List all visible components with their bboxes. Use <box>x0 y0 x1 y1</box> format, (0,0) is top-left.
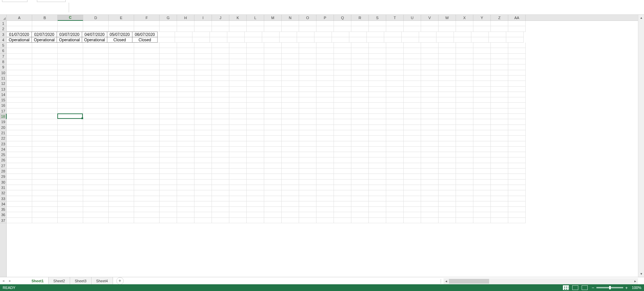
cell[interactable] <box>316 76 334 81</box>
cell[interactable] <box>264 212 282 217</box>
vertical-scrollbar[interactable]: ▲ ▼ <box>638 15 644 277</box>
cell[interactable] <box>264 48 282 53</box>
cell[interactable] <box>404 190 421 196</box>
cell[interactable] <box>7 201 32 207</box>
cell[interactable] <box>456 26 473 32</box>
cell[interactable] <box>109 185 134 190</box>
cell[interactable] <box>491 141 508 147</box>
cell[interactable] <box>421 21 438 26</box>
row-header[interactable]: 18 <box>0 114 7 119</box>
cell[interactable] <box>334 180 351 185</box>
cell[interactable] <box>438 218 456 223</box>
cell[interactable] <box>247 141 264 147</box>
cell[interactable] <box>7 174 32 179</box>
cell[interactable] <box>473 26 491 32</box>
cell[interactable] <box>194 59 212 64</box>
cell[interactable] <box>109 59 134 64</box>
cell[interactable] <box>438 174 456 179</box>
cell[interactable] <box>421 119 438 125</box>
cell[interactable] <box>491 190 508 196</box>
cell[interactable] <box>508 185 526 190</box>
cell[interactable] <box>351 136 369 141</box>
cell[interactable] <box>264 185 282 190</box>
cell[interactable] <box>32 87 58 92</box>
cell[interactable] <box>316 108 334 114</box>
cell[interactable] <box>421 168 438 174</box>
cell[interactable] <box>264 92 282 97</box>
cell[interactable] <box>351 81 369 86</box>
cell[interactable] <box>264 218 282 223</box>
cell[interactable] <box>369 201 386 207</box>
cell[interactable] <box>369 97 386 103</box>
cell[interactable] <box>404 212 421 217</box>
cell[interactable] <box>421 54 438 59</box>
cell[interactable] <box>109 119 134 125</box>
cell[interactable] <box>384 32 402 37</box>
cell[interactable] <box>282 157 299 163</box>
cell[interactable] <box>264 21 282 26</box>
cell[interactable] <box>58 108 83 114</box>
cell[interactable] <box>7 43 32 48</box>
cell[interactable] <box>160 141 177 147</box>
cell[interactable] <box>314 32 332 37</box>
cell[interactable] <box>351 87 369 92</box>
cell[interactable] <box>508 26 526 32</box>
sheet-nav-next[interactable]: ► <box>7 277 13 285</box>
cell[interactable] <box>177 180 194 185</box>
cell[interactable] <box>282 97 299 103</box>
cell[interactable] <box>229 76 247 81</box>
cell[interactable] <box>491 212 508 217</box>
cell[interactable] <box>134 97 160 103</box>
cell[interactable] <box>282 130 299 136</box>
cell[interactable] <box>473 114 491 119</box>
cell[interactable] <box>7 76 32 81</box>
cell[interactable] <box>83 21 109 26</box>
cell[interactable] <box>386 180 404 185</box>
cell[interactable] <box>282 81 299 86</box>
cell[interactable] <box>109 168 134 174</box>
cell[interactable] <box>491 92 508 97</box>
cell[interactable] <box>7 48 32 53</box>
cell[interactable] <box>316 163 334 168</box>
cell[interactable] <box>247 207 264 212</box>
cell[interactable] <box>404 201 421 207</box>
cell[interactable] <box>83 212 109 217</box>
cell[interactable] <box>58 92 83 97</box>
cell[interactable] <box>229 212 247 217</box>
cell[interactable] <box>508 212 526 217</box>
cell[interactable] <box>491 180 508 185</box>
scroll-down-button[interactable]: ▼ <box>638 271 644 277</box>
cell[interactable] <box>436 37 454 43</box>
cell[interactable] <box>212 163 229 168</box>
cell[interactable] <box>299 92 316 97</box>
cell[interactable] <box>404 64 421 70</box>
cell[interactable] <box>109 141 134 147</box>
cell[interactable] <box>421 180 438 185</box>
cell[interactable] <box>194 103 212 108</box>
cell[interactable] <box>491 152 508 157</box>
cell[interactable] <box>227 32 245 37</box>
cell[interactable] <box>334 141 351 147</box>
cell[interactable] <box>386 207 404 212</box>
cell[interactable] <box>194 87 212 92</box>
cell[interactable] <box>109 152 134 157</box>
cell[interactable] <box>404 130 421 136</box>
cell[interactable] <box>134 218 160 223</box>
cell[interactable] <box>506 32 524 37</box>
cell[interactable] <box>334 218 351 223</box>
cell[interactable] <box>299 180 316 185</box>
cell[interactable] <box>508 54 526 59</box>
cell[interactable] <box>282 207 299 212</box>
cell[interactable] <box>386 185 404 190</box>
cell[interactable] <box>421 218 438 223</box>
row-header[interactable]: 11 <box>0 76 6 81</box>
cell[interactable] <box>438 87 456 92</box>
cell[interactable] <box>369 212 386 217</box>
cell[interactable] <box>351 180 369 185</box>
cell[interactable] <box>7 54 32 59</box>
cell[interactable] <box>229 174 247 179</box>
cell[interactable] <box>404 147 421 152</box>
cell[interactable] <box>369 180 386 185</box>
cell[interactable] <box>386 125 404 130</box>
cell[interactable] <box>32 185 58 190</box>
